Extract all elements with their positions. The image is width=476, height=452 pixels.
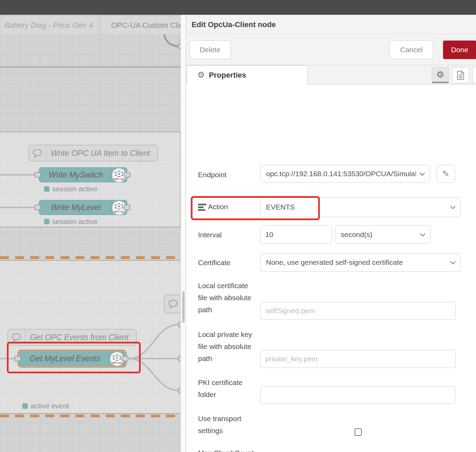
- tray-toolbar: Delete Cancel Done: [186, 34, 476, 65]
- tray-resize-grip[interactable]: [182, 291, 185, 323]
- transport-checkbox[interactable]: [355, 428, 362, 436]
- comment-bubble-icon: [164, 295, 182, 313]
- comment-label: Write OPC UA Item to Client: [46, 145, 155, 161]
- node-write-mylevel[interactable]: Write MyLevel OPC UA: [39, 200, 127, 215]
- transport-label: Use transport settings: [198, 413, 258, 437]
- delete-button[interactable]: Delete: [189, 41, 231, 59]
- status-dot-icon: [44, 219, 49, 224]
- tab-properties[interactable]: ⚙Properties: [187, 65, 307, 84]
- tray-tab-bar: ⚙Properties ⚙: [186, 65, 476, 84]
- tray-header: Edit OpcUa-Client node: [186, 15, 476, 34]
- properties-view-button[interactable]: ⚙: [432, 67, 449, 83]
- flow-tab-battery-diag[interactable]: Battery Diag - Prius Gen 4: [0, 15, 97, 34]
- node-input-port[interactable]: [34, 172, 41, 178]
- flow-tab-opcua-custom[interactable]: OPC-UA Custom Client: [100, 15, 186, 34]
- private-key-input[interactable]: [260, 350, 456, 368]
- done-button[interactable]: Done: [443, 41, 476, 59]
- document-icon: [457, 71, 464, 80]
- tray-title: Edit OpcUa-Client node: [191, 15, 276, 34]
- properties-form: Endpoint opc.tcp://192.168.0.141:53530/O…: [186, 84, 476, 452]
- node-label: Write MySwitch: [42, 168, 110, 182]
- group-selection-dash-bottom: [0, 415, 186, 417]
- comment-write-opcua-item[interactable]: Write OPC UA Item to Client: [28, 145, 158, 161]
- chevron-down-icon: [450, 259, 456, 264]
- gear-icon: ⚙: [197, 66, 205, 84]
- edit-tray: Edit OpcUa-Client node Delete Cancel Don…: [186, 15, 476, 452]
- cancel-button[interactable]: Cancel: [390, 41, 433, 59]
- flow-tab-bar: Battery Diag - Prius Gen 4 OPC-UA Custom…: [0, 15, 186, 34]
- interval-label: Interval: [198, 229, 260, 241]
- interval-unit-select[interactable]: second(s): [335, 225, 430, 244]
- node-output-port[interactable]: [124, 172, 130, 178]
- node-write-myswitch[interactable]: Write MySwitch OPC UA: [39, 167, 127, 182]
- pki-folder-label: PKI certificate folder: [198, 376, 258, 400]
- flow-workspace: Battery Diag - Prius Gen 4 OPC-UA Custom…: [0, 15, 186, 452]
- comment-bubble-icon: [29, 145, 46, 161]
- group-selection-dash-top: [0, 256, 186, 259]
- node-status: session active: [44, 217, 97, 226]
- interval-input[interactable]: [260, 225, 332, 244]
- chevron-down-icon: [420, 170, 425, 176]
- local-cert-label: Local certificate file with absolute pat…: [198, 280, 258, 316]
- node-status: session active: [44, 185, 97, 193]
- chunk-count-label: Max ChunkCount: [198, 447, 258, 452]
- node-input-port[interactable]: [34, 205, 41, 210]
- certificate-select[interactable]: None, use generated self-signed certific…: [260, 253, 461, 272]
- node-status: active event: [22, 402, 69, 410]
- gear-icon: ⚙: [436, 69, 444, 80]
- node-label: Write MyLevel: [42, 200, 110, 215]
- endpoint-edit-button[interactable]: ✎: [437, 165, 455, 183]
- annotation-box-node: [7, 342, 141, 373]
- annotation-box-action: [191, 196, 320, 220]
- chevron-down-icon: [420, 231, 426, 237]
- private-key-label: Local private key file with absolute pat…: [198, 328, 258, 364]
- appearance-view-button[interactable]: [472, 67, 476, 83]
- pencil-icon: ✎: [442, 169, 450, 178]
- status-dot-icon: [22, 403, 28, 409]
- flow-canvas[interactable]: Write OPC UA Item to Client Write MySwit…: [0, 34, 186, 452]
- local-cert-input[interactable]: [260, 302, 456, 320]
- tray-resize-handle[interactable]: [181, 15, 186, 452]
- status-dot-icon: [44, 186, 49, 192]
- pki-folder-input[interactable]: [260, 386, 455, 404]
- endpoint-label: Endpoint: [198, 169, 260, 181]
- node-output-port[interactable]: [124, 205, 130, 210]
- chevron-down-icon: [450, 204, 456, 209]
- endpoint-select[interactable]: opc.tcp://192.168.0.141:53530/OPCUA/Simu…: [260, 165, 430, 183]
- certificate-label: Certificate: [198, 257, 260, 269]
- description-view-button[interactable]: [452, 67, 469, 83]
- app-header-bar: [0, 0, 476, 15]
